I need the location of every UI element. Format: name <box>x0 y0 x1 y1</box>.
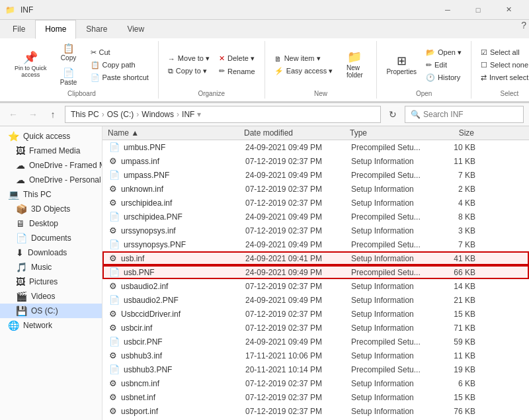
cell-size: 6 KB <box>434 379 481 388</box>
cell-date: 24-09-2021 09:41 PM <box>243 254 348 263</box>
tab-home[interactable]: Home <box>35 20 76 39</box>
file-area: Name ▲ Date modified Type Size 📄 umbus.P… <box>102 126 529 420</box>
tab-share[interactable]: Share <box>76 20 117 38</box>
file-icon: ⚙ <box>109 392 117 402</box>
invert-selection-button[interactable]: ⇄ Invert selection <box>477 72 529 83</box>
sidebar-item-this-pc[interactable]: 💻This PC <box>0 187 102 202</box>
copy-to-button[interactable]: ⧉ Copy to ▾ <box>164 65 214 77</box>
sidebar-item-framed-media[interactable]: 🖼Framed Media <box>0 144 102 158</box>
sidebar-item-onedrive---framed-media[interactable]: ☁OneDrive - Framed Media <box>0 158 102 173</box>
sidebar-item-desktop[interactable]: 🖥Desktop <box>0 216 102 231</box>
table-row[interactable]: ⚙ usbcir.inf 07-12-2019 02:37 PM Setup I… <box>102 321 529 335</box>
open-button[interactable]: 📂 Open ▾ <box>422 47 466 58</box>
sidebar-item-documents[interactable]: 📄Documents <box>0 231 102 245</box>
table-row[interactable]: 📄 umbus.PNF 24-09-2021 09:49 PM Precompi… <box>102 140 529 154</box>
easy-access-button[interactable]: ⚡ Easy access ▾ <box>270 65 337 77</box>
up-button[interactable]: ↑ <box>45 106 61 122</box>
table-row[interactable]: 📄 usbaudio2.PNF 24-09-2021 09:49 PM Setu… <box>102 293 529 307</box>
sidebar-item-downloads[interactable]: ⬇Downloads <box>0 245 102 260</box>
column-date[interactable]: Date modified <box>241 128 347 138</box>
table-row[interactable]: 📄 urssynopsys.PNF 24-09-2021 09:49 PM Pr… <box>102 237 529 251</box>
table-row[interactable]: ⚙ usbnet.inf 07-12-2019 02:37 PM Setup I… <box>102 390 529 404</box>
sidebar-item-music[interactable]: 🎵Music <box>0 260 102 274</box>
move-to-button[interactable]: → Move to ▾ <box>164 53 214 64</box>
paste-shortcut-button[interactable]: 📄 Paste shortcut <box>87 72 153 83</box>
file-name: usbport.inf <box>121 407 158 416</box>
history-button[interactable]: 🕐 History <box>422 72 466 83</box>
close-button[interactable]: ✕ <box>493 0 524 20</box>
delete-button[interactable]: ✕ Delete ▾ <box>215 53 259 64</box>
cut-button[interactable]: ✂ Cut <box>87 47 153 58</box>
maximize-button[interactable]: □ <box>463 0 493 20</box>
table-row[interactable]: 📄 usbcir.PNF 24-09-2021 09:49 PM Precomp… <box>102 335 529 349</box>
cell-size: 21 KB <box>434 296 481 305</box>
sidebar-item-3d-objects[interactable]: 📦3D Objects <box>0 202 102 216</box>
open-secondary: 📂 Open ▾ ✏ Edit 🕐 History <box>422 47 466 83</box>
sidebar: ⭐Quick access🖼Framed Media☁OneDrive - Fr… <box>0 126 102 420</box>
table-row[interactable]: 📄 usbhub3.PNF 20-11-2021 10:14 PM Precom… <box>102 362 529 376</box>
sidebar-icon: ☁ <box>16 160 25 171</box>
copy-icon: 📋 <box>63 44 74 53</box>
sidebar-icon: ⭐ <box>8 131 19 142</box>
copy-button[interactable]: 📋 Copy <box>52 41 85 64</box>
column-size[interactable]: Size <box>433 128 479 138</box>
copy-to-icon: ⧉ <box>168 67 173 75</box>
table-row[interactable]: 📄 urschipidea.PNF 24-09-2021 09:49 PM Pr… <box>102 210 529 224</box>
search-input[interactable] <box>423 110 522 119</box>
tab-view[interactable]: View <box>117 20 154 38</box>
forward-button[interactable]: → <box>25 106 41 122</box>
sidebar-item-videos[interactable]: 🎬Videos <box>0 289 102 304</box>
sidebar-item-quick-access[interactable]: ⭐Quick access <box>0 129 102 144</box>
table-row[interactable]: ⚙ urschipidea.inf 07-12-2019 02:37 PM Se… <box>102 196 529 210</box>
pin-to-quick-access-button[interactable]: 📌 Pin to Quickaccess <box>11 49 51 81</box>
table-row[interactable]: ⚙ usbport.inf 07-12-2019 02:37 PM Setup … <box>102 404 529 418</box>
paste-button[interactable]: 📄 Paste <box>52 65 85 89</box>
path-windows[interactable]: Windows <box>142 110 174 119</box>
folder-small-icon: 📁 <box>5 5 15 15</box>
cell-name: 📄 umpass.PNF <box>104 170 243 180</box>
path-this-pc[interactable]: This PC <box>71 110 99 119</box>
edit-button[interactable]: ✏ Edit <box>422 60 466 71</box>
rename-button[interactable]: ✏ Rename <box>215 65 259 77</box>
table-row[interactable]: ⚙ usbhub3.inf 17-11-2021 10:06 PM Setup … <box>102 349 529 362</box>
file-list[interactable]: 📄 umbus.PNF 24-09-2021 09:49 PM Precompi… <box>102 140 529 420</box>
help-button[interactable]: ? <box>521 20 526 38</box>
copy-path-button[interactable]: 📋 Copy path <box>87 60 153 71</box>
minimize-button[interactable]: ─ <box>432 0 463 20</box>
file-name: usbaudio2.inf <box>121 282 168 291</box>
column-name[interactable]: Name ▲ <box>102 128 241 138</box>
select-none-button[interactable]: ☐ Select none <box>477 60 529 71</box>
properties-button[interactable]: ⊞ Properties <box>382 52 421 78</box>
file-name: usbhub3.inf <box>121 351 162 360</box>
back-button[interactable]: ← <box>5 106 21 122</box>
table-row[interactable]: 📄 umpass.PNF 24-09-2021 09:49 PM Precomp… <box>102 168 529 182</box>
select-all-button[interactable]: ☑ Select all <box>477 47 529 58</box>
cell-size: 41 KB <box>434 254 481 263</box>
table-row[interactable]: ⚙ usbaudio2.inf 07-12-2019 02:37 PM Setu… <box>102 279 529 293</box>
sidebar-icon: 🌐 <box>8 320 19 331</box>
address-path[interactable]: This PC › OS (C:) › Windows › INF ▾ <box>65 106 381 123</box>
table-row[interactable]: ⚙ umpass.inf 07-12-2019 02:37 PM Setup I… <box>102 154 529 168</box>
file-name: umpass.inf <box>121 157 159 166</box>
table-row[interactable]: ⚙ unknown.inf 07-12-2019 02:37 PM Setup … <box>102 182 529 196</box>
table-row[interactable]: ⚙ UsbccidDriver.inf 07-12-2019 02:37 PM … <box>102 307 529 321</box>
sidebar-item-os--c--[interactable]: 💾OS (C:) <box>0 304 102 318</box>
new-item-button[interactable]: 🗎 New item ▾ <box>270 53 337 64</box>
table-row[interactable]: ⚙ usbncm.inf 07-12-2019 02:37 PM Setup I… <box>102 376 529 390</box>
address-bar: ← → ↑ This PC › OS (C:) › Windows › INF … <box>0 103 529 126</box>
sidebar-item-onedrive---personal[interactable]: ☁OneDrive - Personal <box>0 173 102 187</box>
table-row[interactable]: 📄 usb.PNF 24-09-2021 09:49 PM Precompile… <box>102 265 529 279</box>
refresh-button[interactable]: ↻ <box>385 106 401 122</box>
path-os-c[interactable]: OS (C:) <box>107 110 134 119</box>
tab-file[interactable]: File <box>3 20 35 38</box>
sidebar-item-network[interactable]: 🌐Network <box>0 318 102 333</box>
table-row[interactable]: ⚙ urssynopsys.inf 07-12-2019 02:37 PM Se… <box>102 224 529 237</box>
cell-name: ⚙ UsbccidDriver.inf <box>104 309 243 319</box>
path-inf[interactable]: INF <box>182 110 194 119</box>
new-folder-button[interactable]: 📁 Newfolder <box>338 48 371 81</box>
table-row[interactable]: ⚙ usb.inf 24-09-2021 09:41 PM Setup Info… <box>102 251 529 265</box>
cell-type: Setup Information <box>348 407 434 416</box>
search-box[interactable]: 🔍 <box>405 106 524 123</box>
column-type[interactable]: Type <box>347 128 433 138</box>
sidebar-item-pictures[interactable]: 🖼Pictures <box>0 274 102 289</box>
